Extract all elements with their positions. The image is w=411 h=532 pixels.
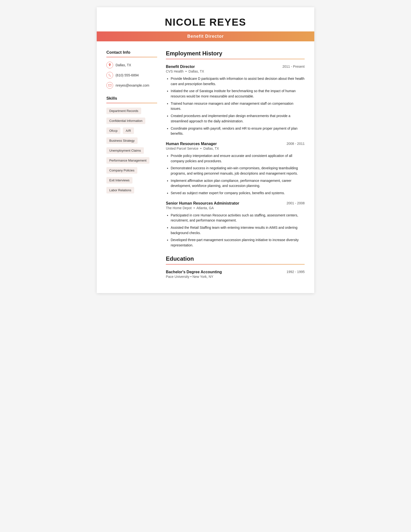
- edu-school-1: Pace University • New York, NY: [166, 275, 305, 279]
- job-dates-2: 2008 - 2011: [287, 142, 305, 146]
- bullet-separator: •: [194, 206, 195, 210]
- job-entry-3: Senior Human Resources Administrator 200…: [166, 201, 305, 248]
- bullet-item: Trained human resource managers and othe…: [171, 101, 305, 112]
- skills-divider: [106, 103, 157, 103]
- job-bullets-3: Participated in core Human Resource acti…: [166, 213, 305, 248]
- skill-tag: Exit Interviews: [106, 177, 132, 183]
- contact-divider: [106, 57, 157, 57]
- job-bullets-2: Provide policy interpretation and ensure…: [166, 153, 305, 196]
- job-title-2: Human Resources Manager: [166, 142, 217, 146]
- skills-tags: Department Records Confidential Informat…: [106, 108, 157, 195]
- bullet-item: Developed three-part management successi…: [171, 238, 305, 248]
- bullet-item: Served as subject matter expert for comp…: [171, 190, 305, 196]
- education-section: Education Bachelor's Degree Accounting 1…: [166, 255, 305, 279]
- location-icon: [106, 62, 113, 68]
- bullet-item: Created procedures and implemented plan …: [171, 114, 305, 124]
- title-bar: Benefit Director: [97, 31, 314, 41]
- candidate-title: Benefit Director: [97, 34, 314, 39]
- education-entry-1: Bachelor's Degree Accounting 1992 - 1995…: [166, 270, 305, 279]
- education-divider: [166, 264, 305, 265]
- job-company-1: CVS Health • Dallas, TX: [166, 69, 305, 73]
- skills-section-title: Skills: [106, 96, 157, 101]
- email-icon: [106, 82, 113, 89]
- contact-email: nreyes@example.com: [106, 82, 157, 89]
- job-title-1: Benefit Director: [166, 65, 195, 69]
- contact-section-title: Contact Info: [106, 50, 157, 55]
- bullet-item: Implement affirmative action plan compli…: [171, 178, 305, 189]
- contact-section: Contact Info Dallas, TX: [106, 50, 157, 89]
- skill-tag: Performance Management: [106, 157, 149, 164]
- contact-phone: (610) 555-6894: [106, 72, 157, 79]
- job-dates-3: 2001 - 2008: [287, 201, 305, 205]
- skill-tag: Business Strategy: [106, 137, 138, 144]
- job-company-2: United Parcel Service • Dallas, TX: [166, 147, 305, 150]
- job-bullets-1: Provide Medicare D participants with inf…: [166, 76, 305, 136]
- skills-section: Skills Department Records Confidential I…: [106, 96, 157, 195]
- resume-document: NICOLE REYES Benefit Director Contact In…: [97, 7, 314, 293]
- bullet-separator: •: [200, 147, 202, 150]
- job-header-3: Senior Human Resources Administrator 200…: [166, 201, 305, 206]
- employment-section: Employment History Benefit Director 2011…: [166, 50, 305, 248]
- bullet-separator: •: [190, 275, 191, 279]
- bullet-item: Initiated the use of Saratoga Institute …: [171, 88, 305, 99]
- candidate-name: NICOLE REYES: [106, 17, 305, 28]
- skill-tag: Ofccp: [106, 127, 120, 134]
- main-content: Employment History Benefit Director 2011…: [166, 50, 305, 279]
- skill-tag: Labor Relations: [106, 187, 134, 193]
- location-value: Dallas, TX: [116, 63, 131, 67]
- education-section-title: Education: [166, 255, 305, 262]
- skill-tag: A/R: [123, 127, 134, 134]
- skill-tag: Confidential Information: [106, 117, 145, 124]
- job-header-1: Benefit Director 2011 - Present: [166, 65, 305, 69]
- employment-section-title: Employment History: [166, 50, 305, 57]
- body-layout: Contact Info Dallas, TX: [97, 41, 314, 279]
- job-dates-1: 2011 - Present: [282, 65, 305, 68]
- bullet-item: Coordinate programs with payroll, vendor…: [171, 126, 305, 136]
- bullet-item: Provide policy interpretation and ensure…: [171, 153, 305, 164]
- bullet-item: Provide Medicare D participants with inf…: [171, 76, 305, 86]
- job-entry-2: Human Resources Manager 2008 - 2011 Unit…: [166, 142, 305, 196]
- bullet-item: Assisted the Retail Staffing team with e…: [171, 225, 305, 236]
- job-title-3: Senior Human Resources Administrator: [166, 201, 239, 206]
- job-header-2: Human Resources Manager 2008 - 2011: [166, 142, 305, 146]
- sidebar: Contact Info Dallas, TX: [106, 50, 157, 279]
- phone-value: (610) 555-6894: [116, 73, 139, 77]
- skill-tag: Company Policies: [106, 167, 137, 174]
- employment-divider: [166, 59, 305, 59]
- job-entry-1: Benefit Director 2011 - Present CVS Heal…: [166, 65, 305, 136]
- email-value: nreyes@example.com: [116, 83, 149, 87]
- edu-dates-1: 1992 - 1995: [287, 270, 305, 274]
- edu-header-1: Bachelor's Degree Accounting 1992 - 1995: [166, 270, 305, 274]
- bullet-item: Participated in core Human Resource acti…: [171, 213, 305, 223]
- skill-tag: Unemployment Claims: [106, 147, 144, 154]
- phone-icon: [106, 72, 113, 79]
- job-company-3: The Home Depot • Atlanta, GA: [166, 206, 305, 210]
- bullet-separator: •: [186, 69, 187, 73]
- skill-tag: Department Records: [106, 108, 141, 114]
- edu-degree-1: Bachelor's Degree Accounting: [166, 270, 222, 274]
- contact-location: Dallas, TX: [106, 62, 157, 68]
- bullet-item: Demonstrated success in negotiating win-…: [171, 166, 305, 176]
- resume-header: NICOLE REYES: [97, 7, 314, 28]
